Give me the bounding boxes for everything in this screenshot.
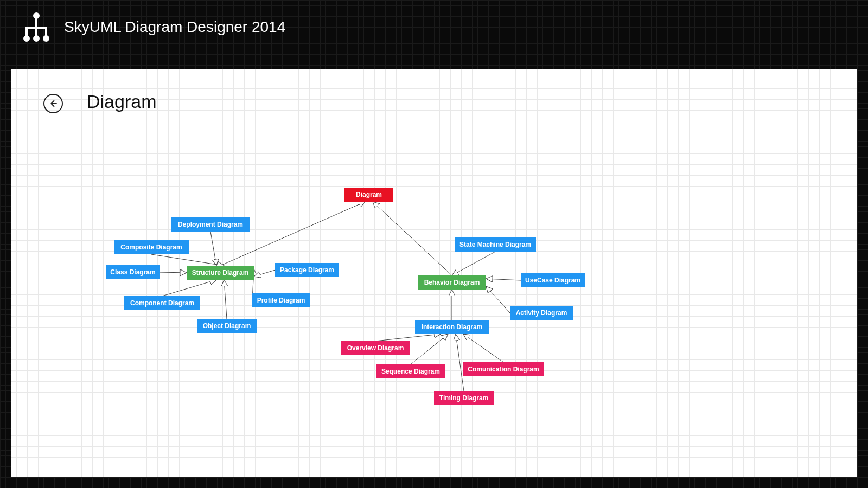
edge-deployment-structure	[210, 232, 216, 266]
node-component[interactable]: Component Diagram	[124, 296, 200, 310]
app-logo-icon	[22, 12, 51, 42]
edge-behavior-diagram	[373, 202, 452, 275]
app-header: SkyUML Diagram Designer 2014	[0, 0, 868, 54]
node-deployment[interactable]: Deployment Diagram	[171, 217, 250, 232]
node-object[interactable]: Object Diagram	[197, 319, 257, 333]
edge-package-structure	[254, 270, 275, 277]
node-interaction[interactable]: Interaction Diagram	[415, 320, 489, 334]
edge-usecase-behavior	[486, 279, 521, 280]
node-timing[interactable]: Timing Diagram	[434, 391, 494, 405]
edge-composite-structure	[151, 254, 224, 266]
node-profile[interactable]: Profile Diagram	[252, 293, 310, 307]
node-diagram[interactable]: Diagram	[344, 188, 393, 202]
node-activity[interactable]: Activity Diagram	[510, 306, 573, 320]
diagram-layer: DiagramStructure DiagramBehavior Diagram…	[11, 69, 857, 477]
edge-communication-interaction	[463, 334, 503, 362]
edge-timing-interaction	[456, 334, 464, 391]
edge-object-structure	[224, 280, 227, 319]
node-behavior[interactable]: Behavior Diagram	[418, 275, 486, 290]
edge-class-structure	[160, 272, 187, 273]
node-package[interactable]: Package Diagram	[275, 263, 339, 277]
diagram-canvas[interactable]: Diagram DiagramStructure DiagramBehavior…	[11, 69, 857, 477]
node-class[interactable]: Class Diagram	[106, 265, 160, 279]
edge-overview-interaction	[375, 334, 441, 341]
edge-sequence-interaction	[411, 334, 448, 364]
app-title: SkyUML Diagram Designer 2014	[64, 18, 285, 36]
node-sequence[interactable]: Sequence Diagram	[376, 364, 445, 378]
node-composite[interactable]: Composite Diagram	[114, 240, 189, 254]
edge-component-structure	[162, 280, 216, 296]
edge-activity-behavior	[486, 286, 510, 313]
edge-statemachine-behavior	[452, 252, 495, 275]
node-statemachine[interactable]: State Machine Diagram	[455, 237, 536, 252]
app-background: SkyUML Diagram Designer 2014 Diagram Dia…	[0, 0, 868, 488]
node-usecase[interactable]: UseCase Diagram	[521, 273, 585, 287]
node-overview[interactable]: Overview Diagram	[341, 341, 410, 355]
node-structure[interactable]: Structure Diagram	[187, 266, 254, 280]
edge-structure-diagram	[220, 202, 365, 266]
node-communication[interactable]: Comunication Diagram	[463, 362, 544, 376]
